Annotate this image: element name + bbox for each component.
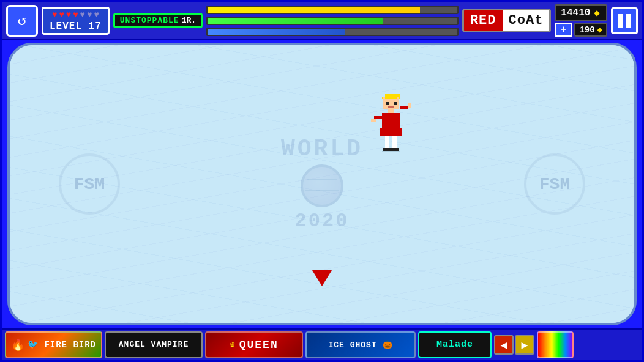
card-angel-vampire[interactable]: ANGEL VAMPIRE (105, 331, 203, 358)
card-rainbow[interactable] (537, 331, 574, 358)
combo-text: UNSTOPPABLE (120, 16, 179, 25)
card-fire-bird[interactable]: 🔥 🐦 FIRE BIRD (5, 331, 102, 358)
pause-button[interactable] (611, 7, 638, 34)
world-logo: WORLD 2020 (281, 136, 363, 232)
malade-label: Malade (436, 339, 473, 350)
card-ice-ghost[interactable]: ICE GHOST 🎃 (305, 331, 416, 358)
score-bottom-row: + 190 ◆ (555, 23, 607, 37)
svg-rect-15 (392, 136, 397, 148)
svg-rect-14 (385, 136, 390, 148)
gem-icon: ◆ (597, 24, 602, 35)
heart-1: ♥ (52, 10, 57, 20)
svg-rect-12 (371, 119, 376, 122)
svg-rect-16 (383, 148, 391, 151)
top-hud: ↺ ♥ ♥ ♥ ♥ ♥ ♥ ♥ LEVEL 17 UNSTOPPABLE 1R. (2, 2, 642, 40)
score-top: 14410 ◆ (555, 4, 607, 21)
fire-bird-icon: 🔥 (11, 338, 25, 352)
queen-crown-icon: ♛ (230, 339, 235, 350)
card-arrows: ◀ ▶ (494, 335, 534, 355)
queen-label: QUEEN (239, 339, 279, 351)
coin-icon: ◆ (594, 7, 600, 19)
heart-5: ♥ (80, 10, 85, 20)
svg-rect-9 (400, 106, 408, 109)
level-label: LEVEL 17 (50, 21, 102, 32)
score-value: 14410 (561, 7, 590, 18)
svg-rect-10 (408, 103, 411, 108)
combo-box: UNSTOPPABLE 1R. (113, 13, 203, 28)
fire-bird-label: 🐦 FIRE BIRD (28, 339, 96, 350)
svg-rect-19 (389, 151, 400, 153)
heart-3: ♥ (66, 10, 71, 20)
svg-rect-11 (374, 116, 382, 119)
heart-2: ♥ (59, 10, 64, 20)
card-queen[interactable]: ♛ QUEEN (205, 331, 303, 358)
name-white: CoAt (503, 10, 550, 31)
bottom-bar: 🔥 🐦 FIRE BIRD ANGEL VAMPIRE ♛ QUEEN ICE … (2, 328, 642, 360)
bar-track-green (206, 17, 459, 25)
name-red: RED (464, 10, 503, 31)
hearts-row: ♥ ♥ ♥ ♥ ♥ ♥ ♥ (52, 10, 99, 20)
svg-rect-8 (382, 113, 400, 128)
fsm-logo-left: FSM (59, 153, 120, 215)
combo-rank: 1R. (182, 16, 196, 25)
skater-character (371, 94, 411, 155)
world-globe (301, 164, 343, 207)
bar-blue (208, 29, 345, 35)
game-field: FSM WORLD 2020 FSM (7, 43, 637, 325)
arrow-left-button[interactable]: ◀ (494, 335, 514, 355)
fsm-logo-right: FSM (524, 153, 585, 215)
svg-rect-6 (388, 106, 394, 108)
red-diamond (312, 270, 332, 286)
name-box: RED CoAt (462, 9, 551, 32)
gems-value: 190 (579, 25, 594, 35)
bar-track-blue (206, 28, 459, 36)
svg-rect-17 (391, 148, 399, 151)
bar-track-yellow (206, 6, 459, 14)
world-year: 2020 (295, 210, 350, 232)
game-container: ↺ ♥ ♥ ♥ ♥ ♥ ♥ ♥ LEVEL 17 UNSTOPPABLE 1R. (0, 0, 644, 362)
score-box: 14410 ◆ + 190 ◆ (555, 4, 607, 37)
heart-4: ♥ (73, 10, 78, 20)
svg-rect-4 (386, 102, 389, 105)
restart-button[interactable]: ↺ (6, 5, 38, 37)
svg-rect-3 (385, 94, 397, 99)
svg-rect-13 (380, 128, 402, 136)
plus-button[interactable]: + (555, 23, 572, 37)
pause-bar-left (618, 14, 623, 28)
level-box: ♥ ♥ ♥ ♥ ♥ ♥ ♥ LEVEL 17 (42, 7, 110, 35)
heart-7: ♥ (94, 10, 99, 20)
bars-container (206, 6, 459, 36)
bar-green (208, 18, 383, 24)
angel-vampire-label: ANGEL VAMPIRE (119, 340, 189, 349)
svg-rect-5 (394, 102, 397, 105)
ice-ghost-label: ICE GHOST 🎃 (329, 340, 393, 350)
score-gems: 190 ◆ (574, 23, 607, 37)
world-text: WORLD (281, 136, 363, 162)
svg-rect-7 (388, 109, 394, 113)
bar-yellow (208, 7, 420, 13)
pause-bar-right (626, 14, 631, 28)
heart-6: ♥ (87, 10, 92, 20)
arrow-right-button[interactable]: ▶ (515, 335, 534, 355)
card-malade[interactable]: Malade (418, 331, 492, 358)
